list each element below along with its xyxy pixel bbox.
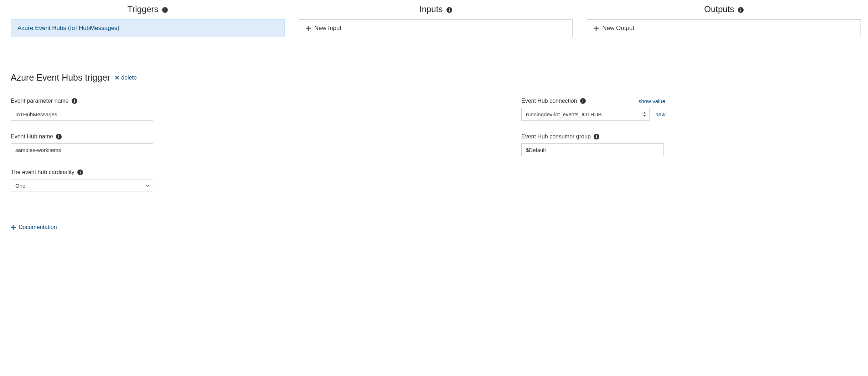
plus-icon [306, 26, 311, 31]
svg-rect-12 [594, 28, 599, 29]
info-icon[interactable] [56, 134, 62, 139]
svg-rect-15 [74, 100, 75, 100]
close-icon [115, 75, 119, 81]
info-icon[interactable] [594, 134, 599, 139]
hub-name-label: Event Hub name [11, 133, 62, 140]
consumer-group-input[interactable] [521, 143, 664, 156]
svg-rect-5 [449, 8, 450, 9]
trigger-detail: Azure Event Hubs trigger delete Event pa… [11, 50, 861, 238]
svg-rect-24 [596, 135, 597, 136]
documentation-label: Documentation [19, 224, 57, 230]
svg-rect-21 [58, 135, 59, 136]
outputs-column: Outputs New Output [587, 4, 861, 37]
form-grid: Event parameter name Event Hub connectio… [11, 98, 861, 192]
connection-label: Event Hub connection [521, 98, 586, 104]
inputs-column: Inputs New Input [299, 4, 573, 37]
plus-icon [11, 225, 16, 230]
info-icon[interactable] [162, 7, 168, 13]
param-name-input[interactable] [11, 108, 153, 121]
info-icon[interactable] [77, 169, 83, 175]
new-output-button[interactable]: New Output [587, 19, 861, 37]
info-icon[interactable] [72, 98, 77, 104]
svg-rect-14 [74, 101, 75, 103]
plus-icon [594, 26, 599, 31]
cardinality-label: The event hub cardinality [11, 169, 83, 176]
new-output-label: New Output [602, 25, 634, 32]
inputs-title: Inputs [419, 4, 443, 14]
trigger-item-label: Azure Event Hubs (IoTHubMessages) [17, 25, 119, 32]
new-input-button[interactable]: New Input [299, 19, 573, 37]
info-icon[interactable] [580, 98, 586, 104]
svg-rect-27 [80, 171, 81, 172]
documentation-row: Documentation [11, 224, 861, 238]
field-param-name: Event parameter name [11, 98, 153, 121]
documentation-toggle[interactable]: Documentation [11, 224, 57, 230]
svg-rect-9 [740, 9, 741, 11]
hub-name-input[interactable] [11, 143, 153, 156]
triggers-title: Triggers [127, 4, 158, 14]
field-hub-name: Event Hub name [11, 133, 153, 156]
svg-rect-23 [596, 136, 597, 138]
new-connection-link[interactable]: new [655, 111, 665, 117]
show-value-link[interactable]: show value [639, 98, 665, 104]
info-icon[interactable] [446, 7, 452, 13]
info-icon[interactable] [738, 7, 744, 13]
cardinality-select[interactable]: One [11, 179, 153, 192]
svg-rect-26 [80, 172, 81, 174]
new-input-label: New Input [314, 25, 342, 32]
triggers-column: Triggers Azure Event Hubs (IoTHubMessage… [11, 4, 285, 37]
detail-title: Azure Event Hubs trigger [11, 72, 110, 83]
outputs-title: Outputs [704, 4, 734, 14]
svg-rect-1 [165, 9, 165, 11]
param-name-label: Event parameter name [11, 98, 77, 104]
field-cardinality: The event hub cardinality One [11, 169, 153, 192]
consumer-group-label: Event Hub consumer group [521, 133, 599, 140]
detail-title-row: Azure Event Hubs trigger delete [11, 72, 861, 83]
svg-rect-29 [11, 227, 16, 228]
connection-select[interactable]: runningdev-iot_events_IOTHUB [521, 108, 650, 121]
svg-rect-4 [449, 9, 450, 11]
delete-button[interactable]: delete [115, 75, 137, 81]
svg-rect-18 [583, 100, 583, 100]
svg-rect-2 [165, 8, 165, 9]
field-consumer-group: Event Hub consumer group [521, 133, 664, 156]
field-connection: Event Hub connection show value runningd… [521, 98, 665, 121]
trigger-item-eventhubs[interactable]: Azure Event Hubs (IoTHubMessages) [11, 19, 285, 37]
inputs-header: Inputs [299, 4, 573, 14]
delete-label: delete [121, 75, 137, 81]
svg-rect-20 [58, 136, 59, 138]
svg-rect-10 [740, 8, 741, 9]
integrate-columns: Triggers Azure Event Hubs (IoTHubMessage… [11, 0, 861, 50]
svg-rect-17 [583, 101, 583, 103]
svg-rect-7 [306, 28, 311, 29]
outputs-header: Outputs [587, 4, 861, 14]
triggers-header: Triggers [11, 4, 285, 14]
